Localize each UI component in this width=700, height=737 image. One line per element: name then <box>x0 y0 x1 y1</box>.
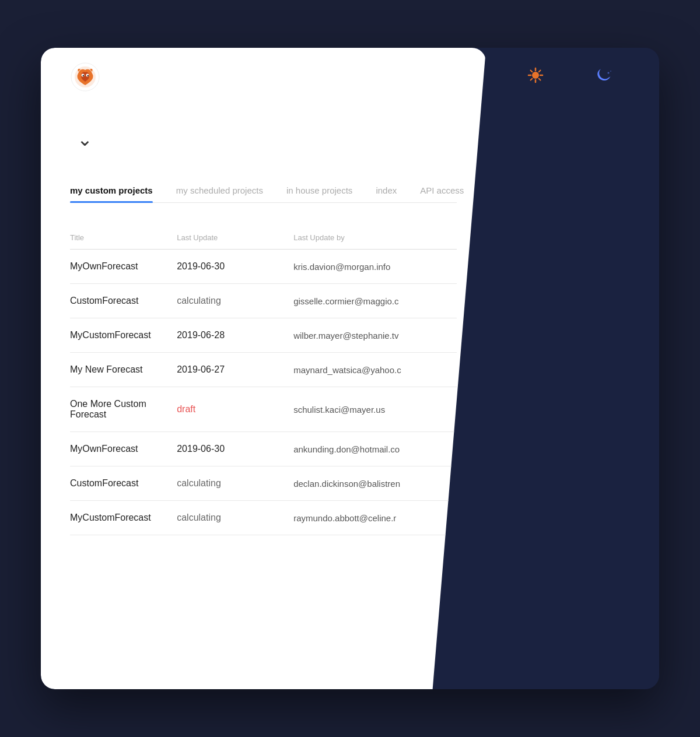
logo-area <box>70 62 106 92</box>
cell-last-update-by: schulist.kaci@mayer.us <box>293 405 457 415</box>
cell-last-update-by: gisselle.cormier@maggio.c <box>293 296 457 306</box>
tab-index[interactable]: index <box>376 178 397 202</box>
table-row[interactable]: My New Forecast2019-06-27maynard_watsica… <box>70 353 457 387</box>
cell-title: One More Custom Forecast <box>70 399 177 420</box>
cell-last-update: calculating <box>177 478 293 489</box>
cell-title: MyOwnForecast <box>70 261 177 272</box>
table-row[interactable]: MyCustomForecast2019-06-28wilber.mayer@s… <box>70 318 457 353</box>
moon-icon <box>596 68 612 86</box>
svg-line-14 <box>531 78 533 80</box>
cell-last-update-by: kris.davion@morgan.info <box>293 262 457 272</box>
svg-point-16 <box>610 71 611 72</box>
table-row[interactable]: MyCustomForecastcalculatingraymundo.abbo… <box>70 501 457 535</box>
tab-my-custom-projects[interactable]: my custom projects <box>70 178 153 202</box>
svg-line-13 <box>539 70 541 72</box>
svg-point-6 <box>532 72 539 79</box>
app-container: ⌄ my custom projectsmy scheduled project… <box>41 48 659 689</box>
light-theme-button[interactable] <box>527 67 550 87</box>
cell-title: CustomForecast <box>70 296 177 306</box>
table-row[interactable]: One More Custom Forecastdraftschulist.ka… <box>70 387 457 432</box>
tab-api-access[interactable]: API access <box>420 178 464 202</box>
cell-title: My New Forecast <box>70 364 177 375</box>
tab-in-house-projects[interactable]: in house projects <box>286 178 352 202</box>
dark-theme-button[interactable] <box>596 68 630 86</box>
svg-point-5 <box>88 75 89 76</box>
col-header-last_update: Last Update <box>177 233 293 242</box>
table-body: MyOwnForecast2019-06-30kris.davion@morga… <box>70 250 457 535</box>
svg-line-12 <box>539 78 541 80</box>
cell-last-update: calculating <box>177 513 293 523</box>
col-header-title: Title <box>70 233 177 242</box>
cell-last-update-by: declan.dickinson@balistren <box>293 479 457 489</box>
cell-last-update-by: raymundo.abbott@celine.r <box>293 513 457 523</box>
tab-my-scheduled-projects[interactable]: my scheduled projects <box>176 178 263 202</box>
cell-last-update: 2019-06-30 <box>177 444 293 454</box>
logo-icon <box>70 62 100 92</box>
svg-line-11 <box>531 70 533 72</box>
svg-point-4 <box>83 75 84 76</box>
svg-point-15 <box>608 72 610 74</box>
chevron-down-icon[interactable]: ⌄ <box>77 128 93 150</box>
cell-last-update-by: wilber.mayer@stephanie.tv <box>293 331 457 341</box>
cell-last-update-by: ankunding.don@hotmail.co <box>293 444 457 454</box>
col-header-last_update_by: Last Update by <box>293 233 457 242</box>
table-container: TitleLast UpdateLast Update by MyOwnFore… <box>70 226 457 535</box>
cell-last-update-by: maynard_watsica@yahoo.c <box>293 365 457 375</box>
cell-title: MyCustomForecast <box>70 330 177 341</box>
cell-last-update: 2019-06-30 <box>177 261 293 272</box>
cell-title: CustomForecast <box>70 478 177 489</box>
cell-last-update: draft <box>177 404 293 415</box>
cell-last-update: 2019-06-27 <box>177 364 293 375</box>
main-title-row: ⌄ <box>70 124 457 150</box>
white-panel: ⌄ my custom projectsmy scheduled project… <box>41 48 486 689</box>
table-row[interactable]: MyOwnForecast2019-06-30ankunding.don@hot… <box>70 432 457 466</box>
cell-title: MyCustomForecast <box>70 513 177 523</box>
cell-last-update: 2019-06-28 <box>177 330 293 341</box>
sun-icon <box>527 67 544 87</box>
cell-title: MyOwnForecast <box>70 444 177 454</box>
cell-last-update: calculating <box>177 296 293 306</box>
table-row[interactable]: MyOwnForecast2019-06-30kris.davion@morga… <box>70 250 457 284</box>
top-bar <box>41 48 659 106</box>
table-row[interactable]: CustomForecastcalculatinggisselle.cormie… <box>70 284 457 318</box>
table-header: TitleLast UpdateLast Update by <box>70 226 457 250</box>
table-row[interactable]: CustomForecastcalculatingdeclan.dickinso… <box>70 466 457 501</box>
tabs-row: my custom projectsmy scheduled projectsi… <box>70 178 457 203</box>
